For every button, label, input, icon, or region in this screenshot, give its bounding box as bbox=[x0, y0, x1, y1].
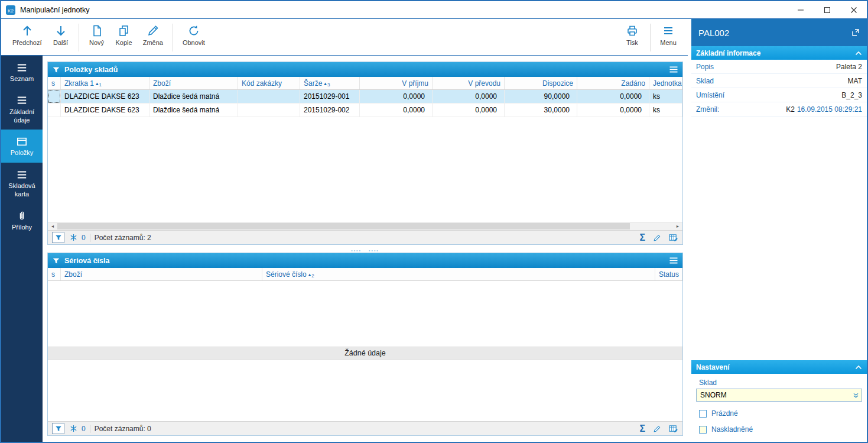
open-in-window-icon[interactable] bbox=[851, 28, 860, 37]
filter-button[interactable] bbox=[52, 232, 64, 243]
funnel-icon bbox=[55, 425, 62, 432]
column-header-dispozice[interactable]: Dispozice bbox=[505, 77, 577, 89]
table-row[interactable]: DLAZDICE DAKSE 623 Dlaždice šedá matná 2… bbox=[48, 90, 682, 104]
next-button[interactable]: Další bbox=[47, 22, 74, 53]
column-header-s[interactable]: s bbox=[48, 268, 61, 280]
scroll-left-icon[interactable]: ◄ bbox=[48, 222, 57, 230]
chevron-up-icon[interactable] bbox=[855, 365, 862, 370]
column-header-status[interactable]: Status bbox=[655, 268, 682, 280]
sidebar-item-skladova-karta[interactable]: Skladová karta bbox=[1, 163, 43, 204]
sidebar-item-label: Přílohy bbox=[2, 224, 41, 232]
toolbar-spacer bbox=[210, 22, 619, 53]
info-value: MAT bbox=[848, 77, 862, 85]
close-button[interactable] bbox=[840, 1, 867, 18]
row-selector-cell bbox=[48, 104, 61, 117]
toolbar-separator bbox=[79, 24, 79, 51]
column-header-sarze[interactable]: Šarže ▴3 bbox=[300, 77, 360, 89]
checkbox-label: Prázdné bbox=[711, 409, 738, 418]
cell-v-prijmu: 0,0000 bbox=[360, 90, 433, 104]
panel-splitter[interactable] bbox=[47, 245, 683, 253]
column-header-kod-zakazky[interactable]: Kód zakázky bbox=[238, 77, 300, 89]
column-header-jednotka[interactable]: Jednotka bbox=[649, 77, 682, 89]
checkbox-box[interactable] bbox=[699, 426, 707, 434]
table-row[interactable]: DLAZDICE DAKSE 623 Dlaždice šedá matná 2… bbox=[48, 104, 682, 117]
sidebar-item-zakladni-udaje[interactable]: Základní údaje bbox=[1, 89, 43, 130]
no-data-message: Žádné údaje bbox=[48, 347, 682, 360]
filter-funnel-icon[interactable] bbox=[52, 66, 60, 74]
panel-menu-icon[interactable] bbox=[669, 257, 678, 264]
info-row-umisteni: Umístění B_2_3 bbox=[691, 88, 867, 102]
previous-button[interactable]: Předchozí bbox=[7, 22, 47, 53]
info-row-sklad: Sklad MAT bbox=[691, 74, 867, 88]
warehouse-label: Sklad bbox=[699, 379, 862, 387]
column-header-zkratka[interactable]: Zkratka 1 ▴1 bbox=[61, 77, 149, 89]
detail-filler bbox=[691, 117, 867, 360]
sort-asc-icon: ▴1 bbox=[96, 80, 102, 86]
sum-icon[interactable]: Σ bbox=[639, 424, 645, 434]
column-header-zadano[interactable]: Zadáno bbox=[577, 77, 649, 89]
change-button[interactable]: Změna bbox=[138, 22, 168, 53]
sidebar-item-label: Základní údaje bbox=[2, 108, 41, 125]
arrow-down-icon bbox=[54, 23, 67, 38]
toolbar-separator bbox=[650, 24, 651, 51]
column-header-v-prijmu[interactable]: V příjmu bbox=[360, 77, 433, 89]
paperclip-icon bbox=[2, 210, 41, 222]
record-count: Počet záznamů: 0 bbox=[95, 425, 151, 433]
sidebar-item-seznam[interactable]: Seznam bbox=[1, 56, 43, 89]
maximize-button[interactable] bbox=[814, 1, 840, 18]
column-header-zbozi[interactable]: Zboží bbox=[149, 77, 238, 89]
frozen-filter-icon[interactable] bbox=[70, 234, 77, 241]
edit-icon[interactable] bbox=[653, 234, 661, 242]
print-button[interactable]: Tisk bbox=[619, 22, 646, 53]
scrollbar-thumb[interactable] bbox=[57, 223, 630, 229]
panel-menu-icon[interactable] bbox=[669, 66, 678, 73]
sidebar-item-polozky[interactable]: Položky bbox=[1, 130, 43, 163]
cell-zkratka: DLAZDICE DAKSE 623 bbox=[61, 90, 149, 104]
sum-icon[interactable]: Σ bbox=[639, 233, 645, 242]
column-header-seriove-cislo[interactable]: Sériové číslo ▴2 bbox=[262, 268, 655, 280]
minimize-button[interactable] bbox=[787, 1, 814, 18]
previous-label: Předchozí bbox=[12, 39, 42, 46]
checkbox-naskladnene[interactable]: Naskladněné bbox=[696, 425, 862, 434]
refresh-button[interactable]: Obnovit bbox=[177, 22, 210, 53]
filter-count: 0 bbox=[82, 425, 86, 433]
window-title: Manipulační jednotky bbox=[20, 6, 89, 14]
column-settings-icon[interactable] bbox=[669, 234, 678, 242]
sidebar-item-label: Skladová karta bbox=[2, 182, 41, 199]
maximize-icon bbox=[824, 7, 830, 13]
filter-funnel-icon[interactable] bbox=[52, 257, 60, 265]
cell-dispozice: 30,0000 bbox=[505, 104, 577, 117]
settings-section-header: Nastavení bbox=[691, 360, 867, 374]
dropdown-icon[interactable] bbox=[850, 389, 862, 401]
cell-v-prevodu: 0,0000 bbox=[433, 104, 505, 117]
checkbox-prazdne[interactable]: Prázdné bbox=[696, 409, 862, 418]
checkbox-box[interactable] bbox=[699, 410, 707, 418]
panel-title: Položky skladů bbox=[64, 66, 118, 74]
menu-button[interactable]: Menu bbox=[655, 22, 682, 53]
scroll-right-icon[interactable]: ► bbox=[673, 222, 682, 230]
horizontal-scrollbar[interactable]: ◄ ► bbox=[48, 222, 682, 230]
basic-info-section-header: Základní informace bbox=[691, 46, 867, 60]
column-header-v-prevodu[interactable]: V převodu bbox=[433, 77, 505, 89]
sidebar-item-label: Položky bbox=[2, 149, 41, 157]
scrollbar-track[interactable] bbox=[57, 222, 673, 230]
column-header-zbozi[interactable]: Zboží bbox=[61, 268, 262, 280]
copy-button[interactable]: Kopie bbox=[110, 22, 138, 53]
chevron-up-icon[interactable] bbox=[855, 51, 862, 56]
sidebar-item-label: Seznam bbox=[2, 75, 41, 83]
new-button[interactable]: Nový bbox=[83, 22, 110, 53]
menu-label: Menu bbox=[660, 39, 677, 46]
edit-icon[interactable] bbox=[653, 425, 661, 433]
frozen-filter-icon[interactable] bbox=[70, 425, 77, 432]
status-separator bbox=[90, 234, 90, 242]
filter-button[interactable] bbox=[52, 423, 64, 434]
column-header-s[interactable]: s bbox=[48, 77, 61, 89]
sidebar-item-prilohy[interactable]: Přílohy bbox=[1, 204, 43, 237]
cell-kod-zakazky bbox=[238, 104, 300, 117]
info-label: Popis bbox=[696, 63, 714, 71]
warehouse-select[interactable]: SNORM bbox=[696, 389, 862, 402]
cell-zbozi: Dlaždice šedá matná bbox=[149, 104, 238, 117]
column-settings-icon[interactable] bbox=[669, 425, 678, 433]
cell-zadano: 0,0000 bbox=[577, 104, 649, 117]
new-document-icon bbox=[90, 23, 103, 38]
